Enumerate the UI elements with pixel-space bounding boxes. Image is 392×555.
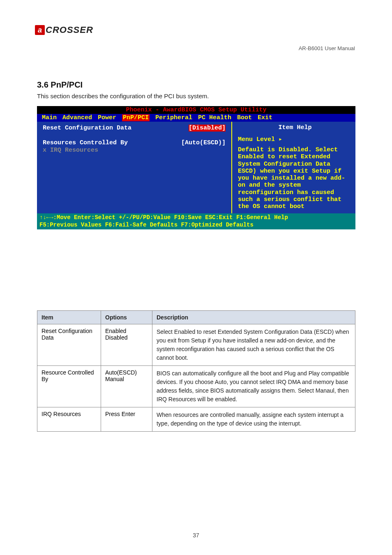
bios-setting-label: Reset Configuration Data: [43, 125, 189, 132]
table-header: Options: [101, 311, 152, 324]
bios-menu-item: Main: [42, 114, 57, 121]
options-table: ItemOptionsDescription Reset Configurati…: [37, 310, 355, 432]
bios-setting-value: [Auto(ESCD)]: [181, 139, 226, 146]
bios-menu-item: PC Health: [198, 114, 231, 121]
bios-menu-item: Advanced: [62, 114, 92, 121]
table-cell-item: Reset Configuration Data: [37, 324, 101, 366]
table-row: Resource Controlled ByAuto(ESCD) ManualB…: [37, 366, 355, 407]
table-cell-item: Resource Controlled By: [37, 366, 101, 407]
bios-title: Phoenix - AwardBIOS CMOS Setup Utility: [37, 106, 355, 114]
table-cell-desc: BIOS can automatically configure all the…: [152, 366, 355, 407]
bios-screenshot: Phoenix - AwardBIOS CMOS Setup Utility M…: [37, 106, 355, 229]
logo-text: CROSSER: [46, 25, 93, 35]
bios-right-pane: Item Help Menu Level ▸ Default is Disabl…: [231, 122, 355, 213]
table-cell-options: Auto(ESCD) Manual: [101, 366, 152, 407]
bios-item-help-title: Item Help: [238, 124, 352, 131]
table-cell-desc: When resources are controlled manually, …: [152, 407, 355, 432]
bios-setting-row: Reset Configuration Data[Disabled]: [43, 125, 226, 132]
page-number: 37: [0, 532, 392, 539]
bios-body: Reset Configuration Data[Disabled] Resou…: [37, 122, 355, 213]
bios-footer-line2: F5:Previous Values F6:Fail-Safe Defaults…: [39, 221, 353, 229]
bios-footer: ↑↓←→:Move Enter:Select +/-/PU/PD:Value F…: [37, 213, 355, 229]
table-cell-options: Press Enter: [101, 407, 152, 432]
table-cell-options: Enabled Disabled: [101, 324, 152, 366]
table-row: IRQ ResourcesPress EnterWhen resources a…: [37, 407, 355, 432]
bios-setting-value: [Disabled]: [189, 125, 226, 132]
bios-menu-item: Boot: [237, 114, 252, 121]
bios-setting-row: x IRQ Resources: [43, 147, 226, 154]
logo: a CROSSER: [35, 25, 93, 35]
logo-letter: a: [38, 26, 42, 35]
table-header: Description: [152, 311, 355, 324]
bios-setting-label: x IRQ Resources: [43, 147, 226, 154]
bios-setting-label: Resources Controlled By: [43, 139, 181, 146]
bios-menu-item: Exit: [258, 114, 272, 121]
section-subtitle: This section describes the configuration…: [37, 92, 209, 99]
page-header: AR-B6001 User Manual: [0, 45, 392, 51]
bios-menu-level: Menu Level ▸: [238, 135, 352, 143]
bios-menu-item: Peripheral: [155, 114, 192, 121]
bios-footer-line1: ↑↓←→:Move Enter:Select +/-/PU/PD:Value F…: [39, 214, 353, 221]
bios-menu-item: Power: [98, 114, 116, 121]
section-title: 3.6 PnP/PCI: [37, 80, 83, 90]
bios-left-pane: Reset Configuration Data[Disabled] Resou…: [37, 122, 231, 213]
logo-mark: a: [35, 25, 45, 35]
table-cell-item: IRQ Resources: [37, 407, 101, 432]
bios-help-text: Default is Disabled. Select Enabled to r…: [238, 146, 352, 210]
bios-setting-row: [43, 132, 226, 139]
table-row: Reset Configuration DataEnabled Disabled…: [37, 324, 355, 366]
bios-menu-item: PnP/PCI: [122, 114, 150, 121]
table-cell-desc: Select Enabled to reset Extended System …: [152, 324, 355, 366]
bios-menu-bar: MainAdvancedPowerPnP/PCIPeripheralPC Hea…: [37, 114, 355, 122]
table-header: Item: [37, 311, 101, 324]
bios-setting-row: Resources Controlled By[Auto(ESCD)]: [43, 139, 226, 146]
